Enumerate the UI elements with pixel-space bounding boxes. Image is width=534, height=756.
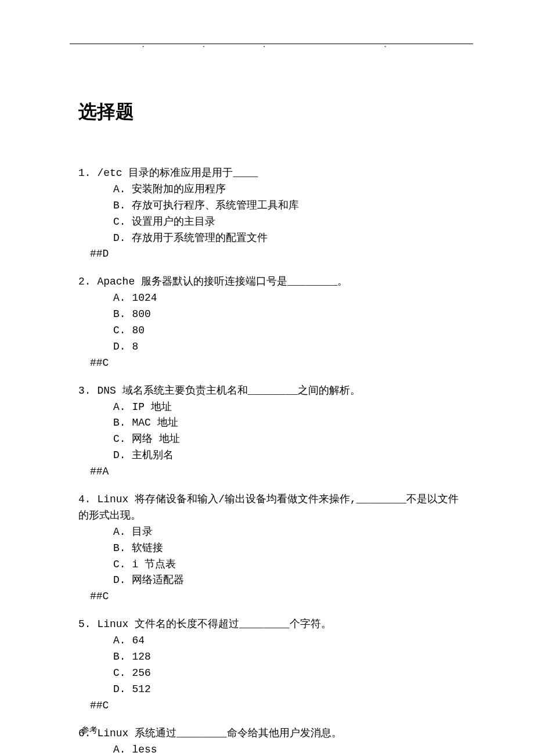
option-c: C. 网络 地址 bbox=[113, 431, 464, 448]
option-c: C. 设置用户的主目录 bbox=[113, 214, 464, 231]
option-a: A. 安装附加的应用程序 bbox=[113, 182, 464, 198]
dot-icon: . bbox=[384, 40, 387, 49]
answer-marker: ##C bbox=[78, 355, 464, 372]
option-list: A. 安装附加的应用程序 B. 存放可执行程序、系统管理工具和库 C. 设置用户… bbox=[78, 182, 464, 247]
question-3: 3. DNS 域名系统主要负责主机名和________之间的解析。 A. IP … bbox=[78, 383, 464, 480]
question-stem: 6. Linux 系统通过________命令给其他用户发消息。 bbox=[78, 726, 464, 742]
question-6: 6. Linux 系统通过________命令给其他用户发消息。 A. less bbox=[78, 726, 464, 756]
option-d: D. 512 bbox=[113, 682, 464, 698]
question-5: 5. Linux 文件名的长度不得超过________个字符。 A. 64 B.… bbox=[78, 617, 464, 714]
option-c: C. 256 bbox=[113, 665, 464, 682]
option-d: D. 存放用于系统管理的配置文件 bbox=[113, 231, 464, 247]
option-list: A. 目录 B. 软链接 C. i 节点表 D. 网络适配器 bbox=[78, 524, 464, 589]
option-d: D. 8 bbox=[113, 339, 464, 355]
option-a: A. less bbox=[113, 742, 464, 757]
header-rule: . . . . bbox=[70, 44, 473, 44]
option-c: C. i 节点表 bbox=[113, 557, 464, 573]
option-d: D. 主机别名 bbox=[113, 448, 464, 464]
answer-marker: ##D bbox=[78, 246, 464, 262]
option-a: A. IP 地址 bbox=[113, 399, 464, 416]
option-list: A. IP 地址 B. MAC 地址 C. 网络 地址 D. 主机别名 bbox=[78, 399, 464, 465]
option-list: A. less bbox=[78, 742, 464, 757]
answer-marker: ##A bbox=[78, 464, 464, 480]
answer-marker: ##C bbox=[78, 698, 464, 714]
option-b: B. 128 bbox=[113, 649, 464, 665]
option-b: B. 软链接 bbox=[113, 541, 464, 557]
question-stem: 5. Linux 文件名的长度不得超过________个字符。 bbox=[78, 617, 464, 633]
option-d: D. 网络适配器 bbox=[113, 573, 464, 589]
option-b: B. 存放可执行程序、系统管理工具和库 bbox=[113, 198, 464, 214]
question-stem: 3. DNS 域名系统主要负责主机名和________之间的解析。 bbox=[78, 383, 464, 399]
question-list: 1. /etc 目录的标准应用是用于____ A. 安装附加的应用程序 B. 存… bbox=[78, 165, 464, 756]
question-stem: 4. Linux 将存储设备和输入/输出设备均看做文件来操作,________不… bbox=[78, 492, 464, 524]
question-stem: 1. /etc 目录的标准应用是用于____ bbox=[78, 165, 464, 182]
option-c: C. 80 bbox=[113, 323, 464, 339]
option-a: A. 64 bbox=[113, 633, 464, 649]
question-stem: 2. Apache 服务器默认的接听连接端口号是________。 bbox=[78, 274, 464, 290]
option-list: A. 1024 B. 800 C. 80 D. 8 bbox=[78, 290, 464, 355]
dot-icon: . bbox=[203, 40, 205, 49]
answer-marker: ##C bbox=[78, 589, 464, 605]
dot-icon: . bbox=[142, 40, 145, 49]
option-list: A. 64 B. 128 C. 256 D. 512 bbox=[78, 633, 464, 698]
option-b: B. MAC 地址 bbox=[113, 415, 464, 431]
option-a: A. 1024 bbox=[113, 290, 464, 307]
dot-icon: . bbox=[264, 40, 266, 49]
question-4: 4. Linux 将存储设备和输入/输出设备均看做文件来操作,________不… bbox=[78, 492, 464, 605]
page: . . . . 选择题 1. /etc 目录的标准应用是用于____ A. 安装… bbox=[0, 0, 534, 756]
option-a: A. 目录 bbox=[113, 524, 464, 541]
section-heading: 选择题 bbox=[78, 99, 464, 125]
page-footer: 参考 bbox=[81, 725, 98, 736]
option-b: B. 800 bbox=[113, 307, 464, 323]
question-2: 2. Apache 服务器默认的接听连接端口号是________。 A. 102… bbox=[78, 274, 464, 371]
question-1: 1. /etc 目录的标准应用是用于____ A. 安装附加的应用程序 B. 存… bbox=[78, 165, 464, 262]
